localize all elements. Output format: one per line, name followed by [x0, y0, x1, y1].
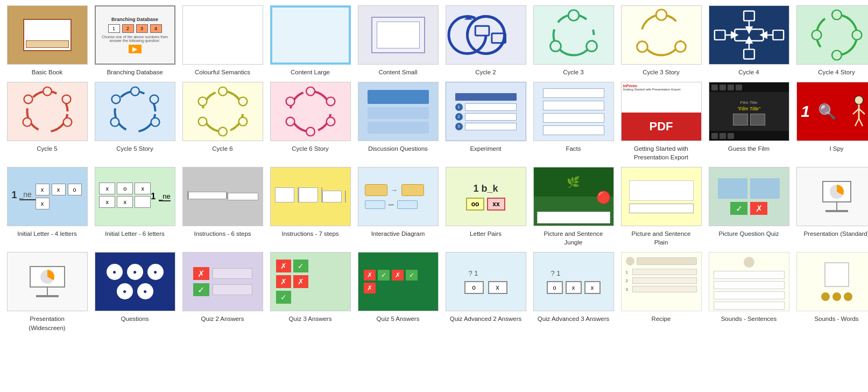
item-guess-the-film[interactable]: Film Title "Film Title" Guess the Film [707, 82, 791, 162]
item-basic-book[interactable]: Basic Book [5, 5, 89, 76]
thumb-interactive-diagram: → ••• [358, 167, 439, 226]
thumb-quiz-2-answers: ✗ ✓ [182, 252, 263, 311]
thumb-cycle-6 [182, 82, 263, 141]
thumb-cycle-3-story [621, 5, 702, 65]
label-presentation-widescreen: Presentation(Widescreen) [29, 314, 65, 332]
item-quiz-5-answers[interactable]: ✗ ✓ ✗ ✓ ✗ Quiz 5 Answers [356, 252, 440, 332]
item-sounds-sentences[interactable]: Sounds - Sentences [707, 252, 791, 332]
item-picture-sentence-plain[interactable]: Picture and SentencePlain [619, 167, 703, 247]
label-cycle-4: Cycle 4 [738, 68, 759, 76]
label-recipe: Recipe [652, 314, 671, 323]
item-cycle-6-story[interactable]: Cycle 6 Story [269, 82, 352, 162]
thumb-cycle-5-story [95, 82, 175, 141]
item-cycle-6[interactable]: Cycle 6 [181, 82, 264, 162]
label-cycle-6: Cycle 6 [212, 144, 232, 153]
item-initial-letter-4[interactable]: 1 _ne x x o x Initial Letter - 4 letters [5, 167, 89, 247]
item-quiz-advanced-3-answers[interactable]: ? 1 o x x Quiz Advanced 3 Answers [532, 252, 615, 332]
label-quiz-2-answers: Quiz 2 Answers [201, 314, 244, 323]
svg-point-31 [832, 51, 842, 60]
item-facts[interactable]: Facts [532, 82, 615, 162]
label-quiz-3-answers: Quiz 3 Answers [289, 314, 332, 323]
label-colourful-semantics: Colourful Semantics [195, 68, 250, 76]
thumb-content-small [358, 5, 439, 65]
thumb-i-spy: 1 🔍 [796, 82, 869, 141]
thumb-instructions-6 [182, 167, 263, 226]
item-presentation-widescreen[interactable]: Presentation(Widescreen) [5, 252, 89, 332]
item-discussion-questions[interactable]: Discussion Questions [356, 82, 440, 162]
item-quiz-3-answers[interactable]: ✗ ✓ ✗ ✗ ✓ Quiz 3 Answers [269, 252, 352, 332]
svg-point-74 [306, 128, 315, 136]
item-cycle-3[interactable]: Cycle 3 [532, 5, 615, 76]
label-cycle-3: Cycle 3 [563, 68, 583, 76]
label-initial-letter-6: Initial Letter - 6 letters [105, 229, 165, 238]
label-discussion-questions: Discussion Questions [368, 144, 428, 153]
item-initial-letter-6[interactable]: x o x x x 1 _ne Initial Letter - 6 lette… [93, 167, 177, 247]
item-presentation-standard[interactable]: Presentation (Standard) [795, 167, 868, 247]
item-cycle-4[interactable]: Cycle 4 [707, 5, 791, 76]
thumb-quiz-advanced-2-answers: ? 1 o x [446, 252, 526, 311]
label-basic-book: Basic Book [32, 68, 63, 76]
thumb-initial-letter-4: 1 _ne x x o x [7, 167, 88, 226]
svg-rect-19 [773, 30, 784, 40]
svg-point-63 [198, 117, 207, 126]
item-cycle-5[interactable]: Cycle 5 [5, 82, 89, 162]
item-quiz-2-answers[interactable]: ✗ ✓ Quiz 2 Answers [181, 252, 264, 332]
svg-point-48 [131, 87, 139, 96]
thumb-letter-pairs: 1 b_k oo xx [446, 167, 526, 226]
label-content-large: Content Large [291, 68, 330, 76]
svg-point-73 [326, 117, 335, 126]
label-picture-sentence-plain: Picture and SentencePlain [632, 229, 691, 247]
item-interactive-diagram[interactable]: → ••• Interactive Diagram [356, 167, 440, 247]
item-cycle-3-story[interactable]: Cycle 3 Story [619, 5, 703, 76]
thumb-cycle-6-story [270, 82, 351, 141]
item-cycle-4-story[interactable]: Cycle 4 Story [795, 5, 868, 76]
thumb-questions: ● ● ● ● ● [95, 252, 175, 311]
thumb-initial-letter-6: x o x x x 1 _ne [95, 167, 175, 226]
label-content-small: Content Small [378, 68, 417, 76]
label-cycle-4-story: Cycle 4 Story [818, 68, 855, 76]
item-colourful-semantics[interactable]: Colourful Semantics [181, 5, 264, 76]
item-experiment[interactable]: 1 2 3 Experiment [444, 82, 527, 162]
label-letter-pairs: Letter Pairs [470, 229, 502, 238]
svg-point-30 [852, 30, 862, 40]
svg-point-60 [238, 97, 247, 106]
item-branching-database[interactable]: Branching Database 1 2 3 4 Choose one of… [93, 5, 177, 76]
thumb-quiz-advanced-3-answers: ? 1 o x x [533, 252, 614, 311]
item-getting-started[interactable]: InPrinto Getting Started with Presentati… [619, 82, 703, 162]
thumb-basic-book [7, 5, 88, 65]
thumb-picture-sentence-plain [621, 167, 702, 226]
svg-point-29 [832, 10, 842, 20]
item-recipe[interactable]: 1 2 3 Recipe [619, 252, 703, 332]
svg-rect-17 [744, 50, 754, 59]
item-quiz-advanced-2-answers[interactable]: ? 1 o x Quiz Advanced 2 Answers [444, 252, 527, 332]
label-instructions-7: Instructions - 7 steps [281, 229, 338, 238]
label-sounds-words: Sounds - Words [814, 314, 858, 323]
thumb-picture-sentence-jungle: 🌿 🔴 [533, 167, 614, 226]
item-cycle-5-story[interactable]: Cycle 5 Story [93, 82, 177, 162]
thumb-recipe: 1 2 3 [621, 252, 702, 311]
svg-rect-2 [475, 26, 489, 36]
item-picture-question-quiz[interactable]: ✓ ✗ Picture Question Quiz [707, 167, 791, 247]
item-picture-sentence-jungle[interactable]: 🌿 🔴 Picture and SentenceJungle [532, 167, 615, 247]
item-content-small[interactable]: Content Small [356, 5, 440, 76]
item-sounds-words[interactable]: Sounds - Words [795, 252, 868, 332]
label-getting-started: Getting Started withPresentation Export [634, 144, 688, 162]
item-questions[interactable]: ● ● ● ● ● Questions [93, 252, 177, 332]
label-questions: Questions [121, 314, 149, 323]
svg-point-13 [656, 10, 667, 20]
svg-point-50 [151, 118, 159, 127]
template-grid: Basic Book Branching Database 1 2 3 4 Ch… [5, 5, 863, 332]
item-i-spy[interactable]: 1 🔍 I Spy [795, 82, 868, 162]
thumb-colourful-semantics [182, 5, 263, 65]
item-letter-pairs[interactable]: 1 b_k oo xx Letter Pairs [444, 167, 527, 247]
item-cycle-2[interactable]: Cycle 2 [444, 5, 527, 76]
item-content-large[interactable]: Content Large [269, 5, 352, 76]
svg-point-39 [62, 95, 70, 104]
svg-point-42 [24, 95, 32, 104]
label-picture-sentence-jungle: Picture and SentenceJungle [544, 229, 603, 247]
svg-point-38 [43, 87, 52, 96]
svg-point-32 [811, 30, 821, 40]
label-quiz-advanced-2-answers: Quiz Advanced 2 Answers [450, 314, 522, 323]
item-instructions-7[interactable]: Instructions - 7 steps [269, 167, 352, 247]
item-instructions-6[interactable]: Instructions - 6 steps [181, 167, 264, 247]
